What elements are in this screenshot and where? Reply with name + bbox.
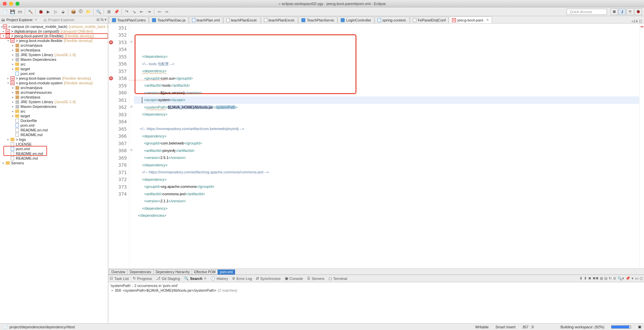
tree-item[interactable]: ▸M> digitalcampus (in campus0)[campus0 O… [0, 29, 108, 34]
open-perspective-button[interactable]: ⊞ [610, 8, 618, 15]
search-icon[interactable]: 🔍 [96, 9, 102, 15]
save-icon[interactable]: 💾 [9, 9, 15, 15]
next-match-icon[interactable]: ⬇ [579, 276, 582, 281]
tree-item[interactable]: ▸M> jeecg-boot-base-common[Flexible deve… [0, 76, 108, 81]
new-class-icon[interactable]: Ⓒ [78, 9, 84, 15]
back-icon[interactable]: ⇦ [156, 9, 162, 15]
step-into-icon[interactable]: ↘ [131, 9, 137, 15]
editor-tab[interactable]: teachPlanExcel. [261, 16, 298, 23]
error-marker[interactable] [641, 26, 643, 27]
pom-tab[interactable]: pom.xml [218, 270, 235, 275]
build-icon[interactable]: 🔨 [27, 9, 33, 15]
tree-item[interactable]: README.md [0, 132, 108, 137]
new-folder-icon[interactable]: 📁 [85, 9, 91, 15]
progress-icon[interactable]: ▣ [638, 325, 641, 329]
editor-tab[interactable]: LoginController [338, 16, 374, 23]
toggle-icon[interactable]: ⊞ [106, 9, 112, 15]
tree-item[interactable]: ▸src [0, 62, 108, 67]
tree-item[interactable]: pom.xml [0, 71, 108, 76]
editor-tab[interactable]: teachPlan.xml [189, 16, 223, 23]
step-return-icon[interactable]: ⇤ [139, 9, 145, 15]
prev-match-icon[interactable]: ⬆ [584, 276, 587, 281]
editor-tab[interactable]: TeachPlanServic [298, 16, 337, 23]
panel-tab[interactable]: ⊘Error Log [232, 276, 252, 281]
close-window-button[interactable] [3, 2, 7, 6]
maximize-panel-icon[interactable]: ◻ [640, 276, 643, 281]
tree-item[interactable]: ▾M> jeecg-boot-module-system[Flexible de… [0, 81, 108, 85]
fold-column[interactable]: ⊖⊖⊖ [129, 24, 134, 269]
forward-icon[interactable]: ⇨ [164, 9, 170, 15]
line-number-gutter[interactable]: 351352✕353354355356357✕35835936036136236… [108, 24, 129, 269]
coverage-icon[interactable]: ⬙ [60, 9, 66, 15]
editor-tab[interactable]: teachPlanExcel. [223, 16, 261, 23]
editor-tab[interactable]: TeachPlanDao.ja [149, 16, 188, 23]
panel-tab[interactable]: ▣Console [285, 276, 303, 281]
collapse-all-icon[interactable]: ⊟ [604, 276, 607, 281]
tree-item[interactable]: ▸JRE System Library[JavaSE-1.8] [0, 52, 108, 57]
pom-tab[interactable]: Dependencies [127, 270, 154, 275]
tree-item[interactable]: README.md [0, 156, 108, 161]
panel-tab[interactable]: ↻Progress [133, 276, 152, 281]
maximize-window-button[interactable] [15, 2, 20, 6]
project-tree[interactable]: ▸M> campus (in campus_mobile_back)[campu… [0, 24, 108, 323]
search-results[interactable]: 'systemPath' - 2 occurrences in 'pom.xml… [108, 282, 644, 323]
run-again-icon[interactable]: ↻ [609, 276, 612, 281]
link-editor-icon[interactable]: ⇆ [101, 17, 104, 22]
save-all-icon[interactable]: 🗃 [17, 9, 23, 15]
view-close-icon[interactable]: ✕ [35, 18, 37, 22]
minimize-window-button[interactable] [9, 2, 13, 6]
history-icon[interactable]: 🔍▾ [617, 276, 624, 281]
panel-tab[interactable]: ⇄Synchronize [256, 276, 281, 281]
editor-tab[interactable]: spring-context. [375, 16, 410, 23]
tree-item[interactable]: Dockerfile [0, 118, 108, 123]
panel-tab[interactable]: 🕘History [211, 276, 228, 281]
tree-item[interactable]: ▸src/main/java [0, 43, 108, 48]
search-result-row[interactable]: ▸ 358: <systemPath>${JAVA_HOME}/lib/tool… [110, 288, 642, 292]
new-package-icon[interactable]: 📦 [70, 9, 76, 15]
step-over-icon[interactable]: ↷ [124, 9, 130, 15]
panel-tab[interactable]: ☑Task List [110, 276, 129, 281]
expand-all-icon[interactable]: ⊞ [600, 276, 603, 281]
cancel-icon[interactable]: ⊘ [613, 276, 616, 281]
overview-ruler[interactable] [639, 24, 644, 269]
tree-item[interactable]: ▸JRE System Library[JavaSE-1.8] [0, 99, 108, 104]
panel-tab[interactable]: ☰Servers [307, 276, 325, 281]
view-menu-icon[interactable]: ▾ [105, 17, 107, 22]
editor-tab[interactable]: Mjeecg-boot-pare✕ [449, 16, 492, 23]
step-out-icon[interactable]: ⇥ [146, 9, 152, 15]
tree-item[interactable]: README.en.md [0, 151, 108, 156]
pom-tab[interactable]: Effective POM [192, 270, 218, 275]
editor-tab[interactable]: FePanelDxtjConf [410, 16, 449, 23]
pin-icon[interactable]: 📌 [626, 276, 630, 281]
tree-item[interactable]: ▾M> jeecg-boot-module-flexible[Flexible … [0, 38, 108, 43]
pom-tab[interactable]: Overview [109, 270, 128, 275]
tree-item[interactable]: ▸src/main/java [0, 85, 108, 90]
remove-match-icon[interactable]: ✖ [588, 276, 591, 281]
minimize-panel-icon[interactable]: ▭ [635, 276, 638, 281]
run-icon[interactable]: ▶ [45, 9, 51, 15]
pin-icon[interactable]: 📌 [113, 9, 119, 15]
tree-item[interactable]: pom.xml [0, 123, 108, 128]
pom-tab[interactable]: Dependency Hierarchy [153, 270, 192, 275]
java-perspective-button[interactable]: ☕ [627, 8, 634, 15]
expand-arrow-icon[interactable]: ▸ [112, 289, 113, 292]
view-menu-icon[interactable]: ▾ [632, 276, 634, 281]
tree-item[interactable]: ▸> logs [0, 137, 108, 142]
panel-tab[interactable]: 🔍Search✕ [184, 276, 206, 281]
collapse-all-icon[interactable]: ⊟ [97, 17, 100, 22]
quick-access-input[interactable]: Quick Access [567, 9, 607, 15]
debug-perspective-button[interactable]: 🐞 [635, 8, 642, 15]
tree-item[interactable]: ▸Servers [0, 161, 108, 165]
tree-item[interactable]: ▸M> campus (in campus_mobile_back)[campu… [0, 24, 108, 29]
code-area[interactable]: </dependency> <!-- tools 包配置 --> <depend… [134, 24, 639, 269]
debug-icon[interactable]: 🐞 [38, 9, 44, 15]
new-icon[interactable]: 📄 [2, 9, 8, 15]
more-tabs-indicator[interactable]: »14 [632, 19, 638, 23]
editor-tab[interactable]: TeachPlanContro [109, 16, 149, 23]
tree-item[interactable]: ▸Maven Dependencies [0, 104, 108, 109]
tree-item[interactable]: ▸src/main/resources [0, 90, 108, 95]
maximize-editor-icon[interactable]: ◻ [639, 19, 642, 23]
tree-item[interactable]: ▾M> jeecg-boot-parent (in Flexible)[Flex… [0, 34, 108, 38]
tree-item[interactable]: ▸target [0, 114, 108, 118]
tree-item[interactable]: ▸src [0, 109, 108, 114]
